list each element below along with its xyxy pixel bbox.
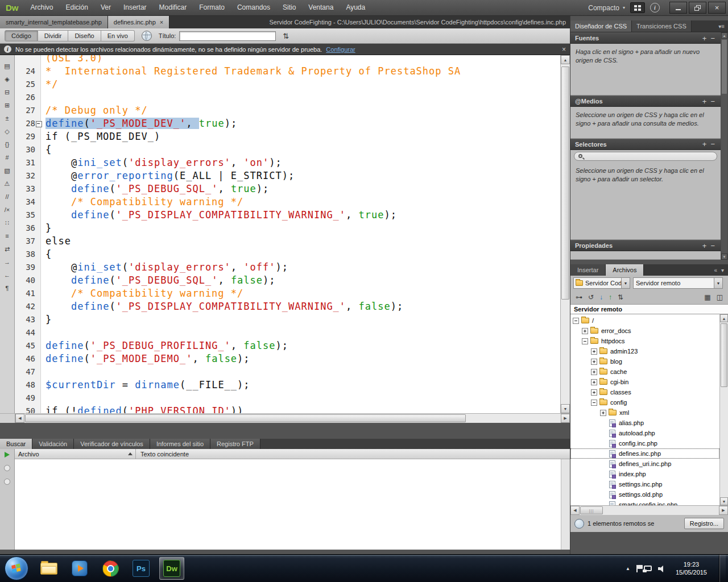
tree-item-classes[interactable]: classes	[570, 387, 719, 397]
document-tab-defines-inc-php[interactable]: defines.inc.php×	[108, 16, 169, 28]
results-tab-validaci-n[interactable]: Validación	[32, 439, 74, 449]
site-dropdown[interactable]: Servidor CodeFighting ▼	[573, 277, 630, 289]
fold-marker-icon[interactable]	[36, 121, 42, 127]
indent-code-icon[interactable]: →	[2, 258, 13, 266]
tree-item-error-docs[interactable]: error_docs	[570, 326, 719, 336]
view-button-c-digo[interactable]: Código	[5, 30, 38, 41]
synchronize-icon[interactable]: ⇅	[618, 294, 623, 301]
tree-item-admin123[interactable]: admin123	[570, 346, 719, 356]
panel-menu-icon[interactable]: ▾	[721, 267, 724, 273]
workspace-switcher[interactable]: Compacto ▾	[588, 4, 625, 12]
expand-icon[interactable]	[591, 379, 597, 385]
format-source-icon[interactable]: ¶	[2, 284, 13, 292]
syntax-error-alerts-icon[interactable]: ⚠	[2, 180, 13, 188]
open-documents-icon[interactable]: ▤	[2, 62, 13, 70]
code-view[interactable]: (OSL 3.0)24* International Registered Tr…	[15, 55, 560, 413]
get-files-icon[interactable]: ↓	[599, 294, 603, 301]
taskbar-media-player-button[interactable]	[67, 557, 92, 580]
tree-item-[interactable]: /	[570, 315, 719, 326]
view-button-dividir[interactable]: Dividir	[38, 30, 69, 41]
editor-horizontal-scrollbar[interactable]: ◀ ▶	[0, 413, 570, 423]
remove-property-icon[interactable]: −	[709, 242, 716, 250]
vertical-scroll-thumb[interactable]	[561, 66, 569, 300]
recent-snippets-icon[interactable]: ≡	[2, 232, 13, 240]
taskbar-dreamweaver-button[interactable]: Dw	[159, 557, 184, 580]
collapse-icon[interactable]	[591, 400, 597, 406]
document-tab-smarty-internal-templatebase-php[interactable]: smarty_internal_templatebase.php	[0, 16, 108, 28]
scroll-up-icon[interactable]: ▲	[561, 55, 570, 64]
menu-ventana[interactable]: Ventana	[302, 0, 340, 15]
scroll-left-icon[interactable]: ◀	[570, 506, 580, 515]
file-tree-scrollbar[interactable]: ▲ ▼	[719, 314, 728, 505]
results-tab-informes-del-sitio[interactable]: Informes del sitio	[150, 439, 210, 449]
tree-item-config-inc-php[interactable]: config.inc.php	[570, 438, 719, 448]
menu-insertar[interactable]: Insertar	[117, 0, 153, 15]
scroll-up-icon[interactable]: ▲	[720, 314, 728, 322]
view-button-en-vivo[interactable]: En vivo	[101, 30, 135, 41]
start-button[interactable]	[5, 556, 28, 580]
highlight-invalid-code-icon[interactable]: ▧	[2, 167, 13, 174]
collapse-selection-icon[interactable]: ⊞	[2, 101, 13, 109]
view-button-dise-o[interactable]: Diseño	[68, 30, 101, 41]
outdent-code-icon[interactable]: ←	[2, 271, 13, 279]
run-search-icon[interactable]	[5, 452, 10, 458]
help-info-icon[interactable]: i	[650, 3, 660, 13]
expand-icon[interactable]	[600, 410, 606, 416]
panel-splitter[interactable]	[0, 423, 570, 439]
tab-close-icon[interactable]: ×	[160, 19, 163, 26]
action-center-flag-icon[interactable]	[636, 565, 638, 572]
more-info-icon[interactable]	[4, 465, 10, 471]
results-scrollbar[interactable]	[561, 459, 570, 550]
layout-grid-icon[interactable]	[630, 2, 645, 13]
volume-icon[interactable]	[658, 565, 665, 572]
registro-button[interactable]: Registro...	[684, 518, 724, 529]
balance-braces-icon[interactable]: {}	[2, 140, 13, 148]
collapse-icon[interactable]	[573, 318, 579, 324]
collapse-panels-icon[interactable]: «	[714, 267, 717, 273]
column-header-texto[interactable]: Texto coincidente	[136, 451, 189, 458]
file-tree-horizontal-scrollbar[interactable]: ◀ ||| ▶	[570, 505, 728, 515]
line-numbers-icon[interactable]: #	[2, 153, 13, 161]
panel-menu-icon[interactable]: ▾≡	[715, 20, 728, 32]
tree-item-index-php[interactable]: index.php	[570, 469, 719, 479]
tab-archivos[interactable]: Archivos	[606, 264, 644, 276]
tree-item-httpdocs[interactable]: httpdocs	[570, 336, 719, 346]
expand-panel-icon[interactable]: ▦	[704, 294, 710, 301]
expand-icon[interactable]	[582, 328, 588, 334]
results-list[interactable]	[15, 459, 561, 550]
file-management-icon[interactable]: ⇅	[283, 32, 289, 40]
live-view-options-icon[interactable]	[142, 31, 152, 41]
scroll-down-icon[interactable]: ▼	[720, 497, 728, 505]
scroll-thumb[interactable]	[722, 40, 727, 94]
minimize-button[interactable]	[669, 2, 687, 14]
css-panel-scrollbar[interactable]: ▲ ▼	[721, 32, 728, 260]
file-list-header[interactable]: Servidor remoto	[570, 304, 728, 314]
expand-icon[interactable]	[591, 359, 597, 365]
show-code-navigator-icon[interactable]: ◈	[2, 75, 13, 83]
put-files-icon[interactable]: ↑	[609, 294, 612, 301]
scroll-right-icon[interactable]: ▶	[719, 506, 728, 515]
menu-formato[interactable]: Formato	[193, 0, 231, 15]
tab-css-transitions[interactable]: Transiciones CSS	[632, 20, 692, 32]
menu-edici-n[interactable]: Edición	[60, 0, 94, 15]
tree-item-autoload-php[interactable]: autoload.php	[570, 428, 719, 438]
tree-item-defines-uri-inc-php[interactable]: defines_uri.inc.php	[570, 459, 719, 469]
clock[interactable]: 19:23 15/05/2015	[672, 560, 711, 576]
tree-item-settings-inc-php[interactable]: settings.inc.php	[570, 479, 719, 489]
scroll-right-icon[interactable]: ▶	[561, 414, 570, 423]
tree-item-cgi-bin[interactable]: cgi-bin	[570, 377, 719, 387]
hidden-icons-chevron-icon[interactable]: ▲	[626, 566, 630, 571]
close-button[interactable]: ×	[708, 2, 726, 14]
refresh-icon[interactable]: ↺	[588, 294, 594, 301]
scroll-down-icon[interactable]: ▼	[721, 253, 727, 260]
restore-button[interactable]	[689, 2, 706, 14]
menu-ver[interactable]: Ver	[94, 0, 117, 15]
scroll-up-icon[interactable]: ▲	[721, 32, 727, 39]
select-parent-tag-icon[interactable]: ◇	[2, 127, 13, 135]
menu-comandos[interactable]: Comandos	[231, 0, 276, 15]
tab-css-designer[interactable]: Diseñador de CSS	[570, 20, 632, 32]
menu-sitio[interactable]: Sitio	[276, 0, 302, 15]
configure-link[interactable]: Configurar	[326, 46, 355, 53]
selector-search-input[interactable]	[574, 152, 717, 161]
tree-item-alias-php[interactable]: alias.php	[570, 418, 719, 428]
